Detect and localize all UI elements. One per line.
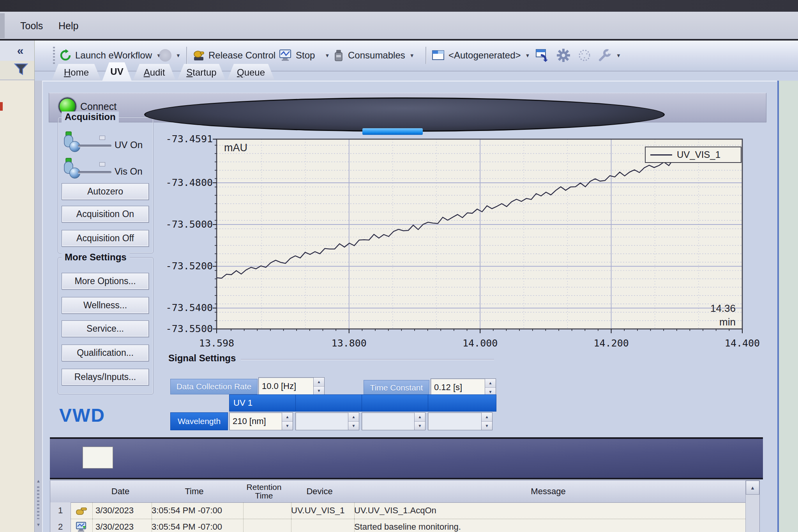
refresh-icon — [59, 49, 72, 62]
data-collection-rate-label: Data Collection Rate — [170, 379, 258, 394]
uv-lamp-slider-box — [99, 136, 105, 140]
rate-spinner[interactable]: ▲▼ — [313, 378, 324, 395]
wavelength-spinner-3[interactable]: ▲▼ — [414, 413, 425, 430]
table-header-device[interactable]: Device — [288, 481, 351, 503]
wavelength-spinner[interactable]: ▲▼ — [282, 413, 293, 430]
channel-header-3 — [362, 394, 429, 412]
splitter-arrow-up[interactable]: ▲ — [36, 479, 41, 484]
x-tick-label: 13.800 — [325, 338, 373, 349]
dropdown-caret: ▼ — [176, 53, 181, 58]
wavelength-field-2[interactable]: ▲▼ — [295, 412, 359, 430]
toolbar-separator — [186, 47, 187, 64]
hand-release-icon — [192, 49, 205, 62]
tools-wrench-button[interactable]: ▼ — [598, 45, 621, 65]
dropdown-caret: ▼ — [325, 53, 330, 58]
table-scrollbar[interactable]: ▲ — [745, 481, 759, 532]
tab-audit[interactable]: Audit — [132, 64, 176, 81]
vis-lamp-slider-box — [99, 162, 105, 166]
acquisition-title: Acquisition — [62, 111, 119, 122]
table-header-message[interactable]: Message — [351, 481, 746, 503]
x-tick-label: 14.000 — [456, 338, 504, 349]
cell-message: Started baseline monitoring. — [351, 519, 749, 532]
wavelength-field-uv1[interactable]: 210 [nm] ▲▼ — [229, 412, 293, 430]
toolbar-separator — [425, 47, 427, 64]
autozero-button[interactable]: Autozero — [62, 183, 149, 200]
wellness-button[interactable]: Wellness... — [62, 297, 149, 314]
scroll-up-icon[interactable]: ▲ — [746, 481, 759, 495]
wavelength-field-3[interactable]: ▲▼ — [362, 412, 425, 430]
splitter-arrow-down[interactable]: ▼ — [36, 522, 41, 527]
cell-retention — [240, 502, 291, 519]
table-row[interactable]: 2 3/30/2023 3:05:54 PM -07:00 Started ba… — [50, 519, 745, 532]
window-edge-fragment — [0, 13, 5, 38]
autogenerated-dropdown[interactable]: <Autogenerated> ▼ — [432, 45, 530, 65]
collapse-sidebar-button[interactable]: « — [12, 43, 29, 58]
menu-tools[interactable]: Tools — [16, 19, 47, 33]
desk-background — [777, 81, 798, 532]
status-band-indicator — [83, 447, 113, 468]
more-settings-title: More Settings — [62, 252, 130, 263]
cell-device: UV.UV_VIS_1 — [288, 502, 355, 519]
pane-splitter[interactable] — [34, 81, 43, 532]
window-icon — [432, 49, 445, 61]
menu-help[interactable]: Help — [55, 19, 82, 33]
relays-inputs-button[interactable]: Relays/Inputs... — [62, 369, 149, 385]
cursor-time-value: 14.36 — [678, 302, 736, 315]
status-band — [50, 437, 763, 479]
chart-monitor-icon — [71, 519, 93, 532]
service-button[interactable]: Service... — [62, 320, 149, 337]
channel-header-2 — [295, 394, 363, 412]
release-control-button[interactable]: Release Control — [192, 45, 275, 65]
table-header-time[interactable]: Time — [148, 481, 240, 503]
vis-on-label: Vis On — [115, 166, 143, 177]
time-constant-field[interactable]: 0.12 [s] ▲▼ — [431, 378, 496, 396]
settings-button[interactable] — [556, 45, 570, 65]
wavelength-field-4[interactable]: ▲▼ — [428, 412, 493, 430]
dotted-circle-icon — [577, 48, 591, 62]
y-tick-label: -73.5500 — [155, 323, 213, 334]
tab-startup[interactable]: Startup — [177, 64, 226, 81]
more-options-button[interactable]: More Options... — [62, 273, 149, 290]
signal-settings-title: Signal Settings — [168, 353, 236, 364]
disabled-tool-button[interactable]: ▼ — [159, 45, 181, 65]
legend-line-sample — [650, 154, 672, 156]
wavelength-label: Wavelength — [170, 412, 228, 430]
table-header-date[interactable]: Date — [92, 481, 149, 503]
filter-funnel-icon[interactable] — [13, 62, 29, 77]
consumables-button[interactable]: Consumables ▼ — [333, 45, 415, 65]
tab-queue[interactable]: Queue — [227, 64, 275, 81]
dropdown-caret: ▼ — [410, 53, 415, 58]
baseline-chart[interactable] — [210, 136, 748, 336]
table-row[interactable]: 1 3/30/2023 3:05:54 PM -07:00 UV.UV_VIS_… — [50, 502, 745, 519]
y-tick-label: -73.4800 — [155, 177, 213, 188]
connect-label[interactable]: Connect — [80, 101, 117, 112]
audit-log-table[interactable]: Date Time Retention Time Device Message … — [50, 480, 760, 532]
wavelength-spinner-2[interactable]: ▲▼ — [348, 413, 359, 430]
table-header-icon — [71, 481, 93, 503]
uv-on-label: UV On — [115, 140, 143, 150]
qualification-button[interactable]: Qualification... — [62, 345, 149, 361]
table-header-retention-time[interactable]: Retention Time — [240, 481, 288, 503]
left-sidebar — [0, 41, 35, 532]
tab-home[interactable]: Home — [51, 64, 101, 81]
stop-button[interactable]: Stop ▼ — [279, 45, 330, 65]
splitter-grip[interactable] — [37, 486, 39, 519]
y-tick-label: -73.5200 — [155, 260, 213, 272]
uv-lamp-slider-track[interactable] — [78, 145, 111, 147]
wavelength-spinner-4[interactable]: ▲▼ — [481, 413, 492, 430]
cell-date: 3/30/2023 — [92, 519, 152, 532]
toolbar-grip[interactable] — [53, 47, 55, 64]
y-tick-label: -73.5000 — [155, 219, 213, 230]
x-axis-unit-label: min — [678, 315, 736, 329]
dropdown-caret: ▼ — [525, 53, 530, 58]
highlight-strip — [362, 128, 423, 135]
export-window-button[interactable] — [535, 45, 550, 65]
time-constant-spinner[interactable]: ▲▼ — [485, 379, 496, 396]
background-window-fragment — [0, 102, 3, 111]
acquisition-on-button[interactable]: Acquisition On — [62, 206, 149, 223]
data-collection-rate-field[interactable]: 10.0 [Hz] ▲▼ — [258, 377, 325, 395]
acquisition-off-button[interactable]: Acquisition Off — [62, 230, 149, 247]
vis-lamp-slider-track[interactable] — [78, 171, 111, 173]
disabled-circle-button[interactable] — [577, 45, 591, 65]
cursor-time-readout: 14.36 min — [678, 302, 736, 329]
